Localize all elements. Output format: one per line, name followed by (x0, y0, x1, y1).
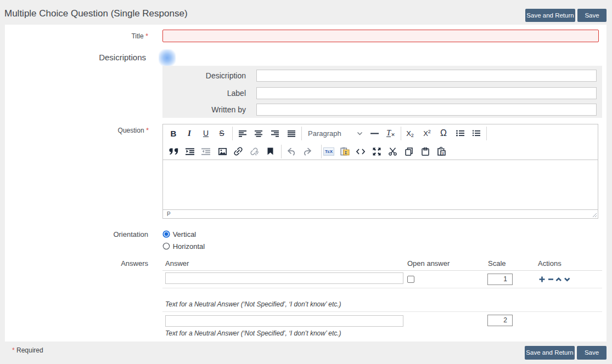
svg-text:T: T (442, 151, 445, 156)
svg-text:Σ: Σ (345, 150, 347, 155)
